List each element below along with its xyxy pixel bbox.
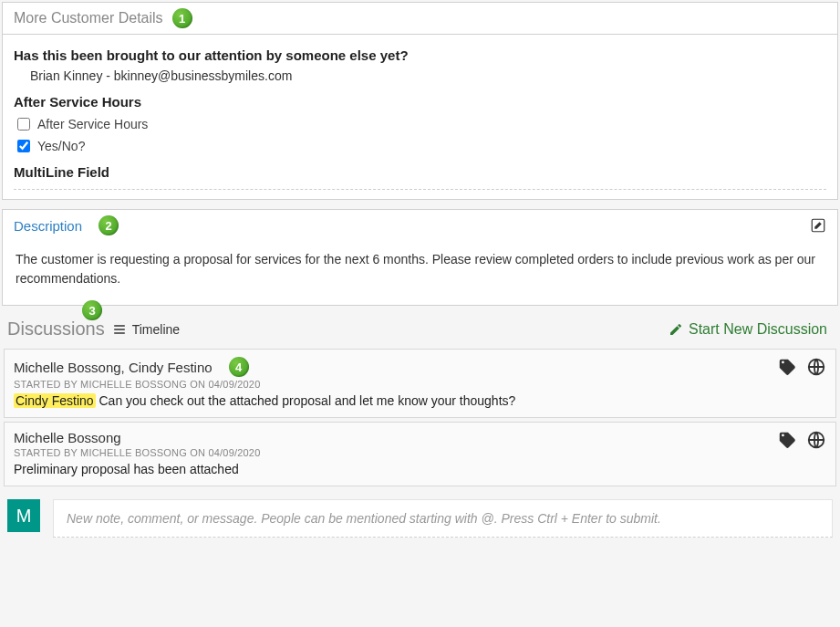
description-header: Description 2 <box>3 210 837 241</box>
discussions-toolbar: Discussions Timeline Start New Discussio… <box>2 315 838 345</box>
discussion-meta: STARTED BY MICHELLE BOSSONG ON 04/09/202… <box>14 379 826 390</box>
question-after-hours: After Service Hours <box>14 94 826 110</box>
globe-icon[interactable] <box>806 430 826 453</box>
annotation-badge-3: 3 <box>82 300 102 320</box>
discussion-item-icons <box>777 357 826 380</box>
customer-details-panel: More Customer Details 1 Has this been br… <box>2 2 838 200</box>
checkbox-yesno-row[interactable]: Yes/No? <box>14 135 826 157</box>
customer-details-body: Has this been brought to our attention b… <box>3 35 837 199</box>
start-new-discussion-button[interactable]: Start New Discussion <box>669 321 833 338</box>
question-attention: Has this been brought to our attention b… <box>14 47 826 63</box>
discussion-participants: Michelle Bossong <box>14 430 826 445</box>
checkbox-after-hours-label: After Service Hours <box>37 117 148 131</box>
avatar: M <box>7 499 40 532</box>
list-icon <box>112 322 127 337</box>
pencil-square-icon <box>810 217 826 234</box>
participants-text: Michelle Bossong, Cindy Festino <box>14 360 213 375</box>
message-text: Preliminary proposal has been attached <box>14 462 239 476</box>
mention-highlight: Cindy Festino <box>14 393 96 408</box>
discussion-meta: STARTED BY MICHELLE BOSSONG ON 04/09/202… <box>14 447 826 458</box>
checkbox-after-hours[interactable] <box>17 118 30 131</box>
participants-text: Michelle Bossong <box>14 430 121 445</box>
divider <box>14 189 826 190</box>
annotation-badge-2: 2 <box>99 215 119 235</box>
edit-description-button[interactable] <box>808 215 828 235</box>
checkbox-after-hours-row[interactable]: After Service Hours <box>14 113 826 135</box>
timeline-toggle[interactable]: Timeline <box>112 322 180 337</box>
checkbox-yesno-label: Yes/No? <box>37 139 85 153</box>
annotation-badge-4: 4 <box>229 357 249 377</box>
description-panel: Description 2 The customer is requesting… <box>2 209 838 306</box>
compose-row: M New note, comment, or message. People … <box>2 490 838 556</box>
description-title: Description <box>14 218 82 234</box>
discussions-section: 3 Discussions Timeline Start New Discuss… <box>2 315 838 556</box>
discussions-title: Discussions <box>4 319 105 340</box>
discussion-item-icons <box>777 430 826 453</box>
question-multiline: MultiLine Field <box>14 164 826 180</box>
message-text: Can you check out the attached proposal … <box>96 393 516 408</box>
discussion-item[interactable]: Michelle Bossong STARTED BY MICHELLE BOS… <box>4 422 836 486</box>
description-body: The customer is requesting a proposal fo… <box>3 241 837 305</box>
discussion-participants: Michelle Bossong, Cindy Festino 4 <box>14 357 826 377</box>
tag-icon[interactable] <box>777 357 797 380</box>
discussion-item[interactable]: Michelle Bossong, Cindy Festino 4 STARTE… <box>4 349 836 418</box>
tag-icon[interactable] <box>777 430 797 453</box>
answer-attention: Brian Kinney - bkinney@businessbymiles.c… <box>14 67 826 89</box>
checkbox-yesno[interactable] <box>17 140 30 152</box>
annotation-badge-1: 1 <box>172 8 192 28</box>
globe-icon[interactable] <box>806 357 826 380</box>
discussion-message: Preliminary proposal has been attached <box>14 462 826 476</box>
customer-details-header: More Customer Details 1 <box>3 3 837 35</box>
customer-details-title: More Customer Details <box>14 10 163 26</box>
timeline-label: Timeline <box>132 322 180 337</box>
compose-input[interactable]: New note, comment, or message. People ca… <box>53 499 833 538</box>
pencil-icon <box>669 322 683 337</box>
discussion-message: Cindy Festino Can you check out the atta… <box>14 393 826 408</box>
start-new-discussion-label: Start New Discussion <box>689 321 827 338</box>
